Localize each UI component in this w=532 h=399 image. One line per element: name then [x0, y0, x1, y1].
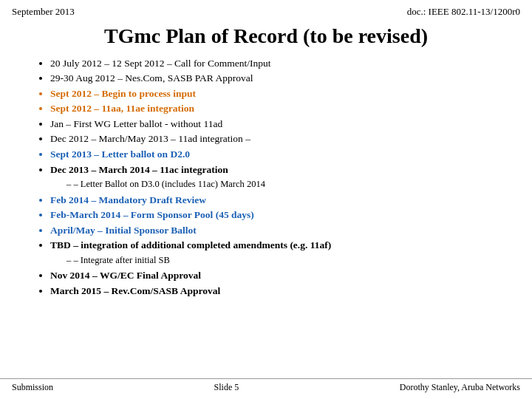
- footer-right: Dorothy Stanley, Aruba Networks: [400, 382, 520, 393]
- bullet-list-1: 20 July 2012 – 12 Sept 2012 – Call for C…: [30, 56, 502, 177]
- list-item: Dec 2012 – March/May 2013 – 11ad integra…: [50, 132, 502, 146]
- list-item: 29-30 Aug 2012 – Nes.Com, SASB PAR Appro…: [50, 71, 502, 86]
- footer-left: Submission: [12, 382, 53, 393]
- list-item: April/May – Initial Sponsor Ballot: [50, 223, 502, 238]
- list-item: Dec 2013 – March 2014 – 11ac integration: [50, 163, 502, 177]
- sub-item-2: – Integrate after initial SB: [30, 254, 502, 267]
- list-item: Sept 2012 – 11aa, 11ae integration: [50, 101, 502, 116]
- list-item: Sept 2013 – Letter ballot on D2.0: [50, 147, 502, 162]
- list-item: TBD – integration of additional complete…: [50, 238, 502, 253]
- list-item: Feb-March 2014 – Form Sponsor Pool (45 d…: [50, 208, 502, 222]
- list-item: Jan – First WG Letter ballot - without 1…: [50, 117, 502, 132]
- list-item: 20 July 2012 – 12 Sept 2012 – Call for C…: [50, 56, 502, 71]
- sub-item-1: – Letter Ballot on D3.0 (includes 11ac) …: [30, 178, 502, 191]
- bullet-list-3: Nov 2014 – WG/EC Final ApprovalMarch 201…: [30, 268, 502, 298]
- footer-center: Slide 5: [53, 382, 400, 393]
- list-item: Sept 2012 – Begin to process input: [50, 86, 502, 101]
- list-item: March 2015 – Rev.Com/SASB Approval: [50, 284, 502, 299]
- list-item: Feb 2014 – Mandatory Draft Review: [50, 193, 502, 208]
- header-right: doc.: IEEE 802.11-13/1200r0: [407, 6, 520, 18]
- page-title: TGmc Plan of Record (to be revised): [0, 21, 532, 56]
- content-area: 20 July 2012 – 12 Sept 2012 – Call for C…: [0, 56, 532, 299]
- bullet-list-2: Feb 2014 – Mandatory Draft ReviewFeb-Mar…: [30, 193, 502, 253]
- footer: Submission Slide 5 Dorothy Stanley, Arub…: [0, 378, 532, 393]
- header-left: September 2013: [12, 6, 75, 18]
- list-item: Nov 2014 – WG/EC Final Approval: [50, 268, 502, 283]
